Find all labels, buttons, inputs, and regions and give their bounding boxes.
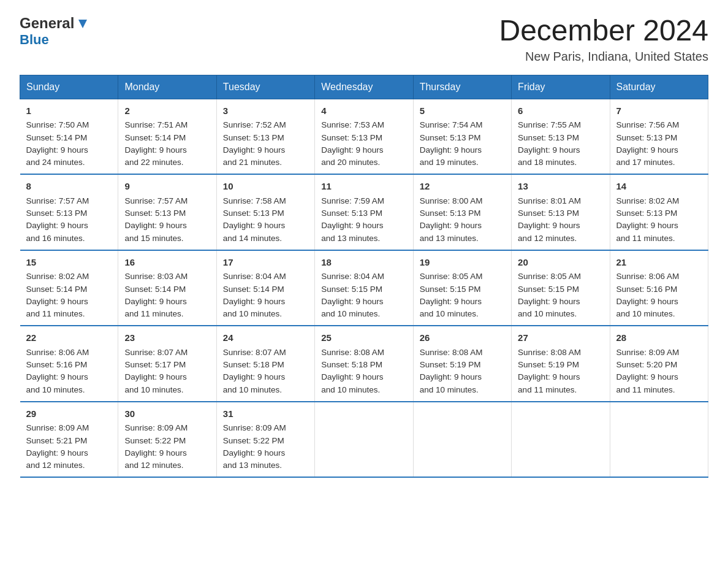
table-row: 3 Sunrise: 7:52 AM Sunset: 5:13 PM Dayli… — [216, 99, 314, 174]
sunset-text: Sunset: 5:14 PM — [26, 285, 88, 294]
day-number: 26 — [420, 331, 505, 345]
sunrise-text: Sunrise: 7:53 AM — [321, 120, 384, 129]
daylight-text: Daylight: 9 hours — [223, 372, 285, 381]
daylight-text: Daylight: 9 hours — [223, 297, 285, 306]
sunset-text: Sunset: 5:18 PM — [321, 360, 382, 369]
daylight-minutes-text: and 10 minutes. — [26, 385, 85, 394]
day-number: 13 — [518, 180, 603, 194]
day-number: 1 — [26, 104, 112, 118]
sunrise-text: Sunrise: 8:05 AM — [518, 272, 581, 281]
sunset-text: Sunset: 5:22 PM — [124, 436, 186, 445]
daylight-minutes-text: and 11 minutes. — [518, 385, 577, 394]
table-row: 11 Sunrise: 7:59 AM Sunset: 5:13 PM Dayl… — [315, 174, 413, 250]
daylight-text: Daylight: 9 hours — [321, 372, 383, 381]
day-number: 25 — [321, 331, 406, 345]
daylight-minutes-text: and 10 minutes. — [223, 385, 282, 394]
daylight-text: Daylight: 9 hours — [26, 372, 88, 381]
calendar-body: 1 Sunrise: 7:50 AM Sunset: 5:14 PM Dayli… — [20, 99, 708, 477]
daylight-text: Daylight: 9 hours — [223, 145, 285, 155]
table-row: 30 Sunrise: 8:09 AM Sunset: 5:22 PM Dayl… — [118, 402, 216, 478]
day-number: 19 — [420, 256, 505, 270]
page-header: General Blue December 2024 New Paris, In… — [20, 15, 708, 64]
daylight-text: Daylight: 9 hours — [420, 145, 482, 155]
table-row: 17 Sunrise: 8:04 AM Sunset: 5:14 PM Dayl… — [216, 250, 314, 326]
sunrise-text: Sunrise: 8:08 AM — [420, 348, 483, 357]
day-number: 23 — [124, 331, 210, 345]
day-number: 15 — [26, 256, 112, 270]
sunrise-text: Sunrise: 7:52 AM — [223, 120, 286, 129]
daylight-text: Daylight: 9 hours — [26, 221, 88, 230]
table-row: 9 Sunrise: 7:57 AM Sunset: 5:13 PM Dayli… — [118, 174, 216, 250]
sunrise-text: Sunrise: 7:58 AM — [223, 196, 286, 205]
header-friday: Friday — [512, 75, 610, 99]
daylight-text: Daylight: 9 hours — [616, 221, 678, 230]
day-number: 11 — [321, 180, 406, 194]
sunset-text: Sunset: 5:19 PM — [420, 360, 481, 369]
daylight-minutes-text: and 10 minutes. — [616, 309, 675, 318]
daylight-minutes-text: and 11 minutes. — [124, 309, 183, 318]
daylight-text: Daylight: 9 hours — [26, 297, 88, 306]
daylight-minutes-text: and 10 minutes. — [518, 309, 577, 318]
table-row: 1 Sunrise: 7:50 AM Sunset: 5:14 PM Dayli… — [20, 99, 118, 174]
header-monday: Monday — [118, 75, 216, 99]
table-row — [315, 402, 413, 478]
sunrise-text: Sunrise: 8:01 AM — [518, 196, 581, 205]
daylight-minutes-text: and 13 minutes. — [321, 234, 380, 243]
sunrise-text: Sunrise: 8:09 AM — [223, 423, 286, 432]
day-number: 5 — [420, 104, 505, 118]
daylight-minutes-text: and 18 minutes. — [518, 158, 577, 167]
day-number: 30 — [124, 407, 210, 421]
header-tuesday: Tuesday — [216, 75, 314, 99]
daylight-text: Daylight: 9 hours — [518, 372, 580, 381]
table-row: 6 Sunrise: 7:55 AM Sunset: 5:13 PM Dayli… — [512, 99, 610, 174]
table-row: 14 Sunrise: 8:02 AM Sunset: 5:13 PM Dayl… — [610, 174, 708, 250]
sunrise-text: Sunrise: 8:09 AM — [124, 423, 188, 432]
day-number: 20 — [518, 256, 603, 270]
location-text: New Paris, Indiana, United States — [499, 50, 708, 64]
header-wednesday: Wednesday — [315, 75, 413, 99]
sunset-text: Sunset: 5:13 PM — [518, 209, 579, 218]
table-row — [413, 402, 511, 478]
table-row: 18 Sunrise: 8:04 AM Sunset: 5:15 PM Dayl… — [315, 250, 413, 326]
sunset-text: Sunset: 5:13 PM — [616, 133, 678, 142]
daylight-text: Daylight: 9 hours — [420, 372, 482, 381]
day-number: 24 — [223, 331, 308, 345]
day-number: 9 — [124, 180, 210, 194]
daylight-minutes-text: and 10 minutes. — [420, 385, 479, 394]
table-row: 15 Sunrise: 8:02 AM Sunset: 5:14 PM Dayl… — [20, 250, 118, 326]
sunrise-text: Sunrise: 8:08 AM — [518, 348, 581, 357]
sunrise-text: Sunrise: 7:51 AM — [124, 120, 188, 129]
table-row: 2 Sunrise: 7:51 AM Sunset: 5:14 PM Dayli… — [118, 99, 216, 174]
daylight-text: Daylight: 9 hours — [321, 145, 383, 155]
table-row: 5 Sunrise: 7:54 AM Sunset: 5:13 PM Dayli… — [413, 99, 511, 174]
day-number: 22 — [26, 331, 112, 345]
day-number: 2 — [124, 104, 210, 118]
daylight-text: Daylight: 9 hours — [124, 221, 186, 230]
table-row — [512, 402, 610, 478]
sunrise-text: Sunrise: 8:00 AM — [420, 196, 483, 205]
sunrise-text: Sunrise: 8:08 AM — [321, 348, 384, 357]
day-number: 18 — [321, 256, 406, 270]
sunset-text: Sunset: 5:21 PM — [26, 436, 88, 445]
day-number: 4 — [321, 104, 406, 118]
day-number: 8 — [26, 180, 112, 194]
daylight-minutes-text: and 10 minutes. — [420, 309, 479, 318]
sunset-text: Sunset: 5:13 PM — [518, 133, 579, 142]
sunrise-text: Sunrise: 8:09 AM — [616, 348, 680, 357]
daylight-minutes-text: and 17 minutes. — [616, 158, 675, 167]
svg-marker-0 — [78, 20, 87, 28]
sunset-text: Sunset: 5:13 PM — [420, 209, 481, 218]
daylight-text: Daylight: 9 hours — [321, 297, 383, 306]
daylight-text: Daylight: 9 hours — [616, 372, 678, 381]
day-number: 3 — [223, 104, 308, 118]
sunrise-text: Sunrise: 7:57 AM — [124, 196, 188, 205]
daylight-minutes-text: and 10 minutes. — [321, 385, 380, 394]
daylight-text: Daylight: 9 hours — [223, 448, 285, 458]
daylight-minutes-text: and 19 minutes. — [420, 158, 479, 167]
sunrise-text: Sunrise: 7:59 AM — [321, 196, 384, 205]
sunset-text: Sunset: 5:16 PM — [616, 285, 678, 294]
sunset-text: Sunset: 5:15 PM — [420, 285, 481, 294]
daylight-minutes-text: and 14 minutes. — [223, 234, 282, 243]
sunrise-text: Sunrise: 7:50 AM — [26, 120, 89, 129]
sunrise-text: Sunrise: 8:03 AM — [124, 272, 188, 281]
